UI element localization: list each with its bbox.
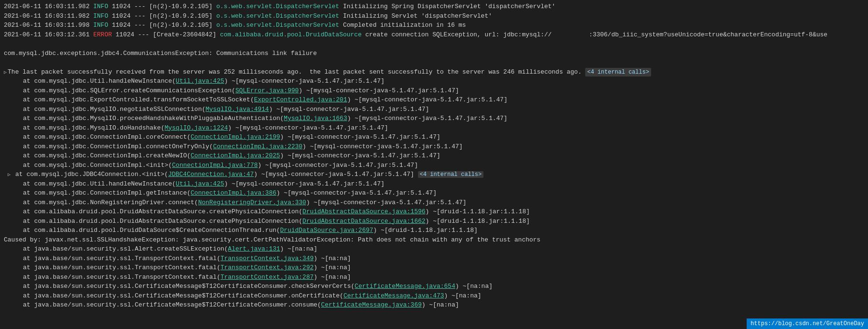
stack-line-2: at com.mysql.jdbc.SQLError.createCommuni…	[4, 86, 864, 96]
stack-line-7: at com.mysql.jdbc.ConnectionImpl.coreCon…	[4, 132, 864, 142]
caused-by-text: Caused by: javax.net.ssl.SSLHandshakeExc…	[4, 235, 540, 245]
collapse-icon[interactable]: ▷	[4, 69, 7, 76]
stack-link-8[interactable]: ConnectionImpl.java:2230	[213, 143, 302, 150]
caused-link-7[interactable]: CertificateMessage.java:369	[321, 301, 422, 308]
stack-link-11[interactable]: JDBC4Connection.java:47	[168, 171, 254, 178]
caused-link-3[interactable]: TransportContext.java:292	[220, 264, 313, 271]
stack-line-15: at com.alibaba.druid.pool.DruidAbstractD…	[4, 207, 864, 217]
stack-link-16[interactable]: DruidAbstractDataSource.java:1662	[302, 218, 425, 225]
caused-link-2[interactable]: TransportContext.java:349	[220, 255, 313, 262]
stack-line-12: at com.mysql.jdbc.Util.handleNewInstance…	[4, 179, 864, 189]
thread-4: 11024 --- [Create-23604842]	[112, 30, 220, 40]
level-2: INFO	[93, 11, 108, 21]
class-1: o.s.web.servlet.DispatcherServlet	[216, 2, 339, 11]
timestamp-1: 2021-06-11 16:03:11.982	[4, 2, 89, 11]
message-3: Completed initialization in 16 ms	[339, 21, 466, 30]
stack-link-13[interactable]: ConnectionImpl.java:386	[191, 189, 276, 197]
empty-line	[4, 39, 864, 49]
stack-link-4[interactable]: MysqlIO.java:4914	[205, 106, 269, 113]
caused-stack-6: at java.base/sun.security.ssl.Certificat…	[4, 291, 864, 301]
thread-2: 11024 --- [n(2)-10.9.2.105]	[108, 11, 216, 21]
space-2	[89, 11, 93, 21]
message-4: create connection SQLException, url: jdb…	[362, 30, 827, 40]
class-3: o.s.web.servlet.DispatcherServlet	[216, 21, 339, 30]
stack-line-13: at com.mysql.jdbc.ConnectionImpl.getInst…	[4, 188, 864, 198]
caused-stack-5: at java.base/sun.security.ssl.Certificat…	[4, 282, 864, 291]
comm-exception-line: com.mysql.jdbc.exceptions.jdbc4.Communic…	[4, 49, 864, 58]
stack-link-14[interactable]: NonRegisteringDriver.java:330	[198, 199, 306, 206]
comm-exception-text: com.mysql.jdbc.exceptions.jdbc4.Communic…	[4, 49, 317, 58]
stack-link-12[interactable]: Util.java:425	[176, 180, 224, 187]
url-bar: https://blog.csdn.net/GreatOneDay	[747, 318, 868, 329]
stack-line-1: at com.mysql.jdbc.Util.handleNewInstance…	[4, 77, 864, 86]
stack-line-3: at com.mysql.jdbc.ExportControlled.trans…	[4, 95, 864, 105]
level-1: INFO	[93, 2, 108, 11]
caused-link-5[interactable]: CertificateMessage.java:654	[354, 283, 455, 290]
space-1	[89, 2, 93, 11]
caused-by-line: Caused by: javax.net.ssl.SSLHandshakeExc…	[4, 235, 864, 245]
message-2: Initializing Servlet 'dispatcherServlet'	[339, 11, 492, 21]
internal-calls-badge-1: <4 internal calls>	[585, 68, 651, 77]
stack-link-7[interactable]: ConnectionImpl.java:2199	[191, 133, 280, 141]
log-line-1: 2021-06-11 16:03:11.982 INFO 11024 --- […	[4, 2, 864, 11]
stack-link-15[interactable]: DruidAbstractDataSource.java:1596	[302, 208, 425, 215]
url-text: https://blog.csdn.net/GreatOneDay	[750, 320, 864, 327]
caused-link-4[interactable]: TransportContext.java:287	[220, 274, 313, 281]
stack-line-4: at com.mysql.jdbc.MysqlIO.negotiateSSLCo…	[4, 105, 864, 114]
stack-link-1[interactable]: Util.java:425	[176, 77, 224, 85]
caused-stack-2: at java.base/sun.security.ssl.TransportC…	[4, 254, 864, 263]
internal-calls-badge-2: <4 internal calls>	[418, 171, 484, 178]
space-4	[89, 30, 93, 40]
caused-link-6[interactable]: CertificateMessage.java:473	[343, 292, 444, 299]
caused-link-1[interactable]: Alert.java:131	[228, 245, 280, 252]
stack-link-10[interactable]: ConnectionImpl.java:778	[172, 162, 257, 169]
caused-stack-3: at java.base/sun.security.ssl.TransportC…	[4, 263, 864, 273]
stack-link-5[interactable]: MysqlIO.java:1663	[284, 115, 347, 122]
caused-stack-container: at java.base/sun.security.ssl.Alert.crea…	[4, 244, 864, 310]
class-4: com.alibaba.druid.pool.DruidDataSource	[220, 30, 362, 40]
class-2: o.s.web.servlet.DispatcherServlet	[216, 11, 339, 21]
stack-link-9[interactable]: ConnectionImpl.java:2025	[191, 152, 280, 159]
log-line-4: 2021-06-11 16:03:12.361 ERROR 11024 --- …	[4, 30, 864, 40]
timestamp-2: 2021-06-11 16:03:11.982	[4, 11, 89, 21]
stack-link-2[interactable]: SQLError.java:990	[236, 87, 299, 94]
last-packet-line: ▷ The last packet successfully received …	[4, 67, 864, 77]
stack-line-17: at com.alibaba.druid.pool.DruidDataSourc…	[4, 226, 864, 235]
stack-line-11: at com.mysql.jdbc.JDBC4Connection.<init>…	[11, 170, 483, 179]
stack-line-6: at com.mysql.jdbc.MysqlIO.doHandshake(My…	[4, 123, 864, 133]
timestamp-3: 2021-06-11 16:03:11.998	[4, 21, 89, 30]
stack-line-9: at com.mysql.jdbc.ConnectionImpl.createN…	[4, 151, 864, 161]
collapse-icon-2[interactable]: ▷	[8, 171, 11, 178]
caused-stack-4: at java.base/sun.security.ssl.TransportC…	[4, 273, 864, 282]
log-line-3: 2021-06-11 16:03:11.998 INFO 11024 --- […	[4, 21, 864, 30]
stack-line-16: at com.alibaba.druid.pool.DruidAbstractD…	[4, 217, 864, 226]
stack-line-8: at com.mysql.jdbc.ConnectionImpl.connect…	[4, 142, 864, 152]
stack-line-5: at com.mysql.jdbc.MysqlIO.proceedHandsha…	[4, 114, 864, 123]
level-3: INFO	[93, 21, 108, 30]
caused-stack-1: at java.base/sun.security.ssl.Alert.crea…	[4, 244, 864, 254]
message-1: Initializing Spring DispatcherServlet 'd…	[339, 2, 555, 11]
caused-stack-7: at java.base/sun.security.ssl.Certificat…	[4, 300, 864, 310]
stack-line-10: at com.mysql.jdbc.ConnectionImpl.<init>(…	[4, 161, 864, 170]
last-packet-text: The last packet successfully received fr…	[8, 67, 310, 77]
stack-line-14: at com.mysql.jdbc.NonRegisteringDriver.c…	[4, 198, 864, 208]
stack-link-3[interactable]: ExportControlled.java:201	[254, 96, 347, 103]
thread-3: 11024 --- [n(2)-10.9.2.105]	[108, 21, 216, 30]
the-word: the	[310, 67, 321, 77]
space-3	[89, 21, 93, 30]
empty-line-2	[4, 58, 864, 67]
stack-trace-container: at com.mysql.jdbc.Util.handleNewInstance…	[4, 77, 864, 235]
stack-link-6[interactable]: MysqlIO.java:1224	[164, 124, 228, 132]
last-packet-text-2: last packet sent successfully to the ser…	[321, 67, 585, 77]
timestamp-4: 2021-06-11 16:03:12.361	[4, 30, 89, 40]
stack-line-11-container: ▷ at com.mysql.jdbc.JDBC4Connection.<ini…	[4, 170, 864, 179]
level-4: ERROR	[93, 30, 112, 40]
log-container: 2021-06-11 16:03:11.982 INFO 11024 --- […	[0, 0, 868, 312]
stack-link-17[interactable]: DruidDataSource.java:2697	[280, 227, 373, 234]
log-line-2: 2021-06-11 16:03:11.982 INFO 11024 --- […	[4, 11, 864, 21]
thread-1: 11024 --- [n(2)-10.9.2.105]	[108, 2, 216, 11]
